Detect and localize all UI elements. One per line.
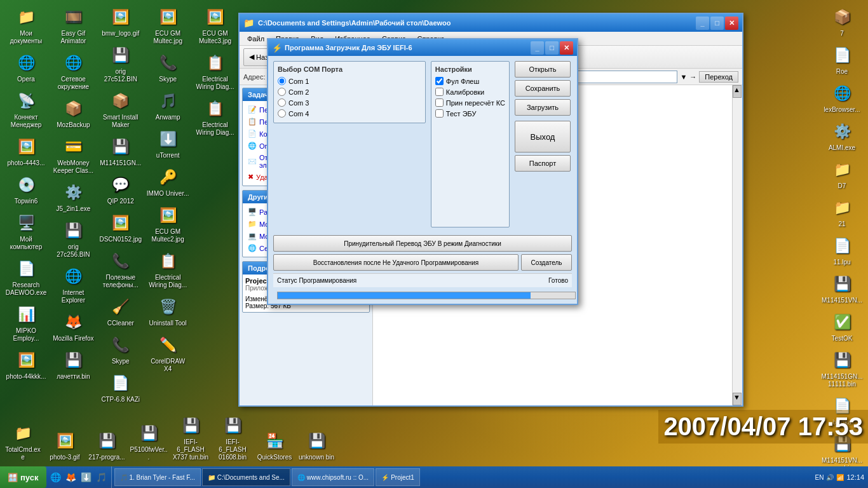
exit-button[interactable]: Выход bbox=[515, 121, 571, 152]
go-button[interactable]: Переход bbox=[699, 71, 738, 83]
ql-icon-media[interactable]: 🎵 bbox=[95, 470, 109, 484]
icon-ecu-gm2[interactable]: 🖼️ ECU GM Multec2.jpg bbox=[145, 201, 191, 246]
icon-firefox[interactable]: 🦊 Mozilla Firefox bbox=[50, 308, 96, 345]
icon-totalcmd[interactable]: 📁 TotalCmd.exe bbox=[3, 419, 43, 464]
lang-indicator[interactable]: EN bbox=[815, 474, 824, 481]
icon-js5-2in1[interactable]: ⚙️ J5_2in1.exe bbox=[50, 179, 96, 215]
taskbar-task-music[interactable]: 🎵 1. Brian Tyler - Fast F... bbox=[114, 468, 201, 486]
icon-mipko[interactable]: 📊 MIPKO Employ... bbox=[3, 301, 49, 345]
icon-p5100[interactable]: 💾 P5100fwVer... bbox=[128, 419, 169, 464]
icon-21-folder[interactable]: 📁 21 bbox=[819, 194, 865, 231]
icon-utorrent[interactable]: ⬇️ uTorrent bbox=[145, 125, 191, 162]
com1-radio[interactable]: Com 1 bbox=[278, 76, 421, 86]
passport-button[interactable]: Паспорт bbox=[515, 155, 571, 172]
icon-electrical-wiring[interactable]: 📋 Electrical Wiring Diag... bbox=[145, 247, 191, 292]
icon-dscn0152[interactable]: 🖼️ DSCN0152.jpg bbox=[98, 209, 144, 246]
com3-radio-input[interactable] bbox=[278, 98, 286, 107]
icon-unknown-bin[interactable]: 💾 unknown bin bbox=[296, 427, 337, 464]
icon-wiring2[interactable]: 📋 Electrical Wiring Diag... bbox=[193, 49, 238, 93]
com4-radio-input[interactable] bbox=[278, 109, 286, 118]
explorer-minimize-button[interactable]: _ bbox=[696, 17, 709, 30]
com1-radio-input[interactable] bbox=[278, 77, 286, 85]
icon-qip2012[interactable]: 💬 QIP 2012 bbox=[98, 171, 144, 208]
recalc-checkbox[interactable]: Прин пересчёт КС bbox=[435, 97, 505, 108]
dialog-maximize-button[interactable]: □ bbox=[545, 41, 559, 55]
icon-almi[interactable]: ⚙️ ALMI.exe bbox=[819, 118, 865, 154]
icon-mozbackup[interactable]: 📦 MozBackup bbox=[50, 95, 96, 132]
dialog-close-button[interactable]: ✕ bbox=[560, 41, 573, 55]
ful-flash-checkbox[interactable]: Фул Флеш bbox=[435, 76, 505, 86]
icon-7z[interactable]: 📦 7 bbox=[819, 3, 865, 40]
test-ecu-input[interactable] bbox=[435, 109, 444, 118]
calibr-input[interactable] bbox=[435, 88, 444, 96]
com2-radio-input[interactable] bbox=[278, 88, 286, 96]
taskbar-task-explorer[interactable]: 📁 C:\Documents and Se... bbox=[202, 468, 290, 486]
icon-217prog[interactable]: 💾 217-progra... bbox=[86, 427, 127, 464]
icon-lexbrowser[interactable]: 🌐 lexBrowser... bbox=[819, 79, 865, 116]
calibr-checkbox[interactable]: Калибровки bbox=[435, 86, 505, 97]
icon-uninstall-tool[interactable]: 🗑️ Uninstall Tool bbox=[145, 293, 191, 330]
icon-smart-install[interactable]: 📦 Smart Install Maker bbox=[98, 87, 144, 132]
icon-photo-4443[interactable]: 🖼️ photo-4443... bbox=[3, 133, 49, 170]
restore-button[interactable]: Восстановления после Не Удачного Програм… bbox=[273, 254, 519, 271]
test-ecu-checkbox[interactable]: Тест ЭБУ bbox=[435, 108, 505, 119]
icon-ctr-68[interactable]: 📄 СТР-6.8 КАZi bbox=[98, 369, 144, 406]
dialog-minimize-button[interactable]: _ bbox=[531, 41, 544, 55]
scroll-up[interactable]: ▲ bbox=[733, 85, 742, 98]
icon-roe[interactable]: 📄 Roe bbox=[819, 41, 865, 78]
icon-d7[interactable]: 📁 D7 bbox=[819, 156, 865, 193]
ql-icon-browser[interactable]: 🌐 bbox=[49, 470, 63, 484]
icon-topwin6[interactable]: 💿 Topwin6 bbox=[3, 171, 49, 208]
start-button[interactable]: 🪟 пуск bbox=[0, 466, 46, 488]
icon-ecu-gm3[interactable]: 🖼️ ECU GM Multec3.jpg bbox=[193, 3, 238, 48]
icon-orig-27c256[interactable]: 💾 orig 27c256.BIN bbox=[50, 217, 96, 261]
translate-button[interactable]: Принудительный Перевод ЭБУ В режим Диагн… bbox=[273, 235, 572, 252]
icon-lachetti[interactable]: 💾 лачетти.bin bbox=[50, 346, 96, 383]
icon-research-daewoo[interactable]: 📄 Research DAEWOO.exe bbox=[3, 255, 49, 299]
icon-anwamp[interactable]: 🎵 Anwamp bbox=[145, 87, 191, 124]
icon-photo3[interactable]: 🖼️ photo-3.gif bbox=[44, 427, 85, 464]
recalc-input[interactable] bbox=[435, 98, 444, 107]
icon-opera[interactable]: 🌐 Opera bbox=[3, 49, 49, 86]
network-tray-icon[interactable]: 📶 bbox=[836, 474, 844, 481]
com4-radio[interactable]: Com 4 bbox=[278, 108, 421, 119]
icon-11lpu[interactable]: 📄 11.lpu bbox=[819, 232, 865, 269]
icon-orig-27c512[interactable]: 💾 orig 27c512.BIN bbox=[98, 41, 144, 86]
icon-m114151gn2[interactable]: 💾 M114151GN... 11111.bin bbox=[819, 346, 865, 391]
icon-useful-phones[interactable]: 📞 Полезные телефоны... bbox=[98, 247, 144, 292]
icon-skype2[interactable]: 📞 Skype bbox=[145, 49, 191, 86]
explorer-close-button[interactable]: ✕ bbox=[725, 17, 738, 30]
save-button[interactable]: Сохранить bbox=[515, 80, 571, 97]
menu-file[interactable]: Файл bbox=[242, 34, 269, 44]
icon-quickstores[interactable]: 🏪 QuickStores bbox=[254, 427, 295, 464]
right-scrollbar[interactable]: ▲ ▼ bbox=[732, 85, 742, 405]
icon-ie[interactable]: 🌐 Internet Explorer bbox=[50, 262, 96, 307]
icon-iefi6-01608[interactable]: 💾 IEFI-6_FLASH 01608.bin bbox=[212, 412, 253, 464]
icon-skype1[interactable]: 📞 Skype bbox=[98, 331, 144, 368]
icon-my-docs[interactable]: 📁 Мои документы bbox=[3, 3, 49, 48]
icon-connect-manager[interactable]: 📡 Коннект Менеджер bbox=[3, 87, 49, 132]
icon-bmwlogo[interactable]: 🖼️ bmw_logo.gif bbox=[98, 3, 144, 40]
icon-easygif[interactable]: 🎞️ Easy Gif Animator bbox=[50, 3, 96, 48]
scroll-down[interactable]: ▼ bbox=[733, 393, 742, 405]
icon-m114151[interactable]: 💾 M114151GN... bbox=[98, 133, 144, 170]
open-button[interactable]: Открыть bbox=[515, 61, 571, 78]
icon-ccleaner[interactable]: 🧹 CCleaner bbox=[98, 293, 144, 330]
creator-button[interactable]: Создатель bbox=[521, 254, 572, 271]
explorer-maximize-button[interactable]: □ bbox=[710, 17, 724, 30]
ful-flash-input[interactable] bbox=[435, 77, 444, 85]
com2-radio[interactable]: Com 2 bbox=[278, 86, 421, 97]
icon-coreldraw[interactable]: ✏️ CorelDRAW X4 bbox=[145, 331, 191, 376]
icon-immo[interactable]: 🔑 IMMO Univer... bbox=[145, 163, 191, 200]
taskbar-task-project1[interactable]: ⚡ Project1 bbox=[376, 468, 420, 486]
icon-m114151vn[interactable]: 💾 M114151VN... bbox=[819, 270, 865, 307]
icon-iefi6-x737[interactable]: 💾 IEFI-6_FLASH X737 tun.bin bbox=[170, 412, 211, 464]
load-button[interactable]: Загрузить bbox=[515, 99, 571, 116]
icon-my-computer[interactable]: 🖥️ Мой компьютер bbox=[3, 209, 49, 254]
icon-network[interactable]: 🌐 Сетевое окружение bbox=[50, 49, 96, 93]
ql-icon-firefox[interactable]: 🦊 bbox=[64, 470, 78, 484]
taskbar-task-web[interactable]: 🌐 www.chipsoft.ru :: О... bbox=[292, 468, 374, 486]
icon-wiring3[interactable]: 📋 Electrical Wiring Diag... bbox=[193, 95, 238, 139]
icon-testok[interactable]: ✅ TestOK bbox=[819, 308, 865, 345]
com3-radio[interactable]: Com 3 bbox=[278, 97, 421, 108]
